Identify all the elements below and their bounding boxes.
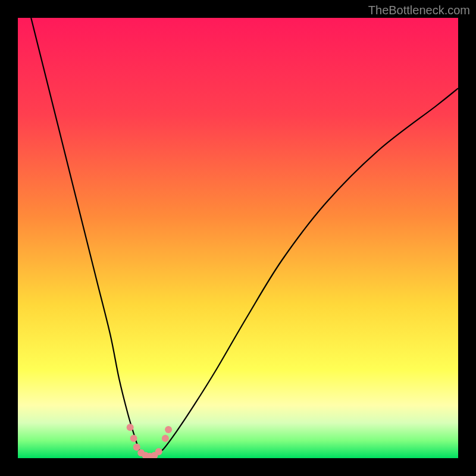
plot-area xyxy=(18,18,458,458)
data-marker xyxy=(130,435,137,442)
data-marker xyxy=(133,444,140,451)
watermark-text: TheBottleneck.com xyxy=(368,4,470,17)
data-marker xyxy=(155,448,162,455)
data-marker xyxy=(127,424,134,431)
chart-container: TheBottleneck.com xyxy=(0,0,476,476)
data-marker xyxy=(165,426,172,433)
marker-layer xyxy=(18,18,458,458)
data-marker xyxy=(162,435,169,442)
